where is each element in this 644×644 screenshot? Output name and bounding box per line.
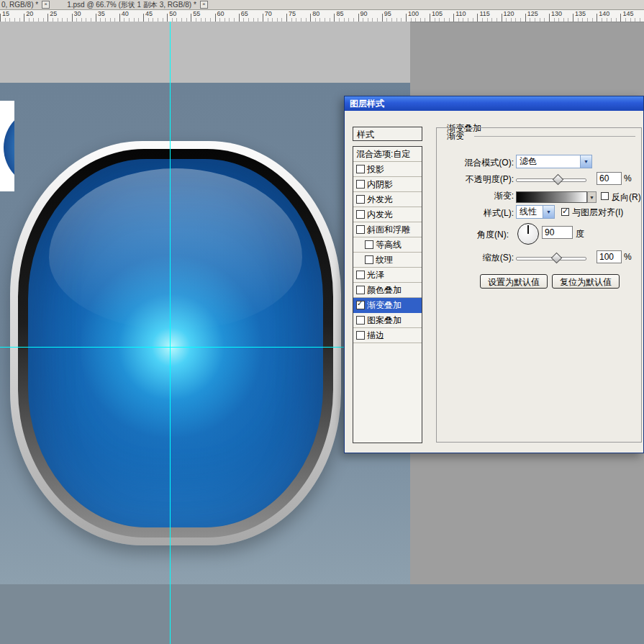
angle-unit: 度: [576, 228, 584, 240]
blend-mode-select[interactable]: 滤色 ▼: [516, 155, 592, 168]
vertical-guide[interactable]: [170, 22, 171, 644]
tab-close-icon[interactable]: [42, 1, 50, 9]
style-item-label: 纹理: [376, 254, 393, 266]
style-list-item[interactable]: 图案叠加: [353, 313, 422, 328]
ruler-label: 55: [193, 10, 200, 17]
scale-label: 缩放(S):: [437, 252, 514, 264]
style-list-item[interactable]: 等高线: [353, 237, 422, 253]
style-checkbox[interactable]: [356, 180, 365, 189]
ruler-label: 95: [384, 10, 391, 17]
tab-active-label[interactable]: 1.psd @ 66.7% (形状 1 副本 3, RGB/8) *: [67, 0, 196, 10]
gradient-label: 渐变:: [437, 190, 514, 202]
style-item-label: 图案叠加: [367, 314, 402, 327]
style-list-item[interactable]: 颜色叠加: [353, 283, 422, 298]
document-band-bottom[interactable]: [0, 584, 644, 644]
ruler-label: 90: [360, 10, 368, 17]
ruler-label: 130: [551, 10, 562, 17]
style-checkbox[interactable]: [356, 165, 365, 173]
style-list-item[interactable]: 外发光: [353, 192, 422, 207]
layer-style-dialog: 图层样式 样式 混合选项:自定投影内阴影外发光内发光斜面和浮雕等高线纹理光泽颜色…: [344, 96, 644, 453]
style-checkbox[interactable]: [365, 240, 373, 249]
style-list-item[interactable]: 混合选项:自定: [353, 147, 422, 162]
group-divider: [474, 136, 635, 137]
style-checkbox[interactable]: [356, 301, 365, 309]
ruler-label: 80: [312, 10, 319, 17]
scale-unit: %: [624, 252, 632, 262]
style-item-label: 渐变叠加: [367, 299, 402, 312]
opacity-unit: %: [624, 173, 632, 183]
set-default-button[interactable]: 设置为默认值: [480, 274, 548, 289]
ruler-label: 100: [408, 10, 419, 17]
style-list-item[interactable]: 纹理: [353, 253, 422, 268]
style-checkbox[interactable]: [356, 271, 365, 279]
group-title: 渐变: [447, 130, 464, 142]
opacity-slider-thumb[interactable]: [552, 174, 563, 186]
ruler-label: 140: [599, 10, 609, 17]
style-checkbox[interactable]: [356, 210, 365, 219]
ruler-label: 50: [169, 10, 176, 17]
ruler-label: 45: [145, 10, 153, 17]
ruler-label: 20: [26, 10, 33, 17]
partial-blue-circle: [4, 108, 14, 187]
style-item-label: 斜面和浮雕: [367, 224, 410, 236]
ruler[interactable]: 1520253035404550556065707580859095100105…: [0, 10, 644, 22]
scale-input[interactable]: [597, 250, 622, 263]
scale-slider-thumb[interactable]: [550, 253, 562, 264]
tab-close-icon[interactable]: [200, 1, 208, 9]
style-list-item[interactable]: 描边: [353, 328, 422, 343]
align-with-layer-checkbox[interactable]: [561, 208, 569, 216]
style-list-item[interactable]: 内阴影: [353, 177, 422, 192]
ruler-label: 70: [265, 10, 272, 17]
reverse-checkbox[interactable]: [601, 192, 609, 200]
ruler-label: 30: [74, 10, 81, 17]
style-checkbox[interactable]: [356, 316, 365, 325]
ruler-label: 25: [50, 10, 57, 17]
style-checkbox[interactable]: [356, 286, 365, 294]
opacity-input[interactable]: [597, 172, 622, 185]
reset-default-button[interactable]: 复位为默认值: [552, 274, 620, 289]
gradient-chevron-down-icon[interactable]: ▼: [587, 191, 597, 203]
style-item-label: 投影: [367, 163, 384, 176]
style-list-item[interactable]: 内发光: [353, 207, 422, 222]
ruler-label: 125: [527, 10, 538, 17]
blend-mode-value: 滤色: [517, 155, 580, 168]
button-blue-face: [28, 159, 323, 527]
partial-shape-left: [0, 101, 14, 191]
style-item-label: 外发光: [367, 194, 393, 206]
chevron-down-icon[interactable]: ▼: [543, 206, 554, 218]
angle-input[interactable]: [542, 226, 573, 239]
tab-inactive-label[interactable]: 0, RGB/8) *: [1, 1, 38, 9]
angle-label: 角度(N):: [437, 229, 509, 241]
ruler-label: 120: [504, 10, 514, 17]
style-checkbox[interactable]: [356, 331, 365, 340]
ruler-label: 110: [455, 10, 466, 17]
button-gloss-highlight: [49, 168, 303, 330]
dialog-titlebar[interactable]: 图层样式: [345, 96, 643, 111]
chevron-down-icon[interactable]: ▼: [580, 155, 591, 168]
style-checkbox[interactable]: [356, 225, 365, 234]
style-checkbox[interactable]: [365, 255, 373, 264]
document-band-top[interactable]: [0, 22, 410, 83]
ruler-label: 105: [432, 10, 443, 17]
style-list-item[interactable]: 投影: [353, 162, 422, 177]
style-item-label: 内发光: [367, 209, 393, 221]
style-select[interactable]: 线性 ▼: [516, 205, 555, 219]
style-item-label: 内阴影: [367, 178, 393, 191]
align-with-layer-label: 与图层对齐(I): [572, 207, 623, 219]
style-list-item[interactable]: 光泽: [353, 268, 422, 283]
angle-needle: [527, 225, 529, 234]
ruler-label: 15: [2, 10, 9, 17]
style-list-item[interactable]: 斜面和浮雕: [353, 222, 422, 237]
ruler-label: 75: [289, 10, 296, 17]
style-list-item[interactable]: 渐变叠加: [353, 298, 422, 313]
ruler-label: 85: [336, 10, 343, 17]
opacity-slider-track[interactable]: [516, 178, 586, 182]
gradient-overlay-panel: 渐变 混合模式(O): 滤色 ▼ 不透明度(P): % 渐变: ▼ 反向(R) …: [436, 127, 642, 443]
styles-panel-header: 样式: [353, 127, 422, 141]
glossy-button-shape[interactable]: [10, 141, 341, 545]
document-tab-bar: 0, RGB/8) * 1.psd @ 66.7% (形状 1 副本 3, RG…: [0, 0, 644, 10]
ruler-label: 35: [98, 10, 105, 17]
style-checkbox[interactable]: [356, 195, 365, 204]
gradient-preview-bar[interactable]: [516, 191, 587, 203]
angle-dial[interactable]: [517, 223, 539, 245]
